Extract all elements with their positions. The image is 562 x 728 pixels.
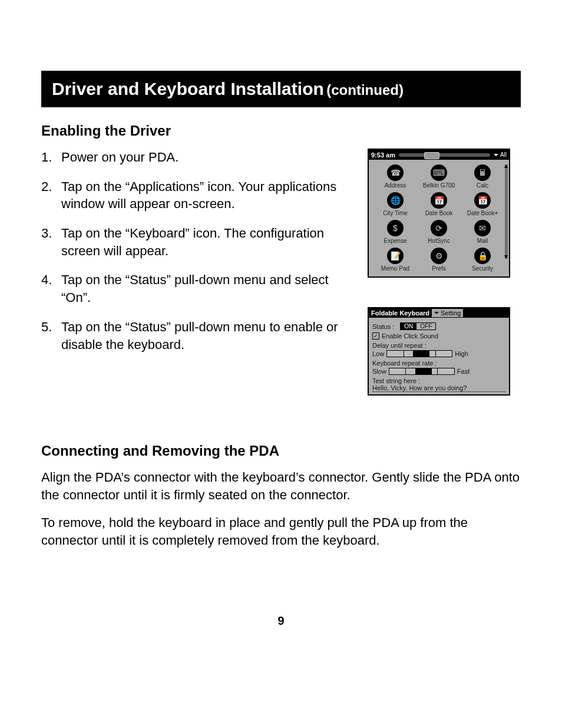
battery-slider-icon [399,153,490,157]
page-title: Driver and Keyboard Installation [52,79,324,98]
app-hotsync: ⟳HotSync [417,220,461,244]
steps-list: Power on your PDA. Tap on the “Applicati… [41,149,356,353]
status-label: Status : [372,323,394,330]
status-toggle: ON OFF [400,322,436,330]
delay-low: Low [372,350,384,357]
step-4: Tap on the “Status” pull-down menu and s… [41,271,356,306]
section-heading-connecting: Connecting and Removing the PDA [41,443,521,459]
delay-high: High [455,350,468,357]
pda-category: All [500,151,507,158]
rate-label: Keyboard repeat rate : [372,360,505,367]
scrollbar-icon [505,164,508,259]
app-expense: $Expense [373,220,417,244]
app-datebookp: 📅Date Book+ [461,192,504,216]
step-1: Power on your PDA. [41,149,356,166]
figure-pda-config: Foldable Keyboard Setting Status : ON OF… [368,307,510,396]
pda-time: 9:53 am [371,151,395,159]
app-security: 🔒Security [461,248,504,272]
test-value: Hello, Vicky. How are you doing? [372,384,505,392]
app-belkin: ⌨Belkin G700 [417,164,461,189]
status-on: ON [401,323,416,330]
status-off: OFF [416,323,435,330]
enable-click-sound: Enable Click Sound [382,332,438,340]
step-2: Tap on the “Applications” icon. Your app… [41,178,356,213]
app-address: ☎Address [373,164,417,189]
checkbox-icon: ✓ [372,332,379,340]
app-calc: 🖩Calc [461,164,504,189]
app-citytime: 🌐City Time [373,192,417,216]
rate-slow: Slow [372,368,386,375]
delay-slider: Low High [372,350,505,357]
dropdown-icon [494,154,498,156]
rate-fast: Fast [457,368,470,375]
app-mail: ✉Mail [461,220,504,244]
test-label: Test string here : [372,377,505,384]
figure-pda-launcher: 9:53 am All ☎Address ⌨Belkin G700 🖩Calc … [368,149,510,278]
page-title-bar: Driver and Keyboard Installation (contin… [41,71,521,107]
config-title: Foldable Keyboard [371,309,429,317]
rate-slider: Slow Fast [372,368,505,375]
app-prefs: ⚙Prefs [417,248,461,272]
connecting-para-1: Align the PDA’s connector with the keybo… [41,469,521,503]
page-number: 9 [41,614,521,628]
dropdown-icon [434,312,439,314]
connecting-para-2: To remove, hold the keyboard in place an… [41,514,521,549]
config-tab: Setting [432,309,463,317]
delay-label: Delay until repeat : [372,342,505,349]
app-memopad: 📝Memo Pad [373,248,417,272]
page-title-continued: (continued) [326,82,404,98]
app-datebook: 📅Date Book [417,192,461,216]
step-5: Tap on the “Status” pull-down menu to en… [41,318,356,353]
step-3: Tap on the “Keyboard” icon. The configur… [41,225,356,259]
section-heading-enabling: Enabling the Driver [41,123,521,139]
